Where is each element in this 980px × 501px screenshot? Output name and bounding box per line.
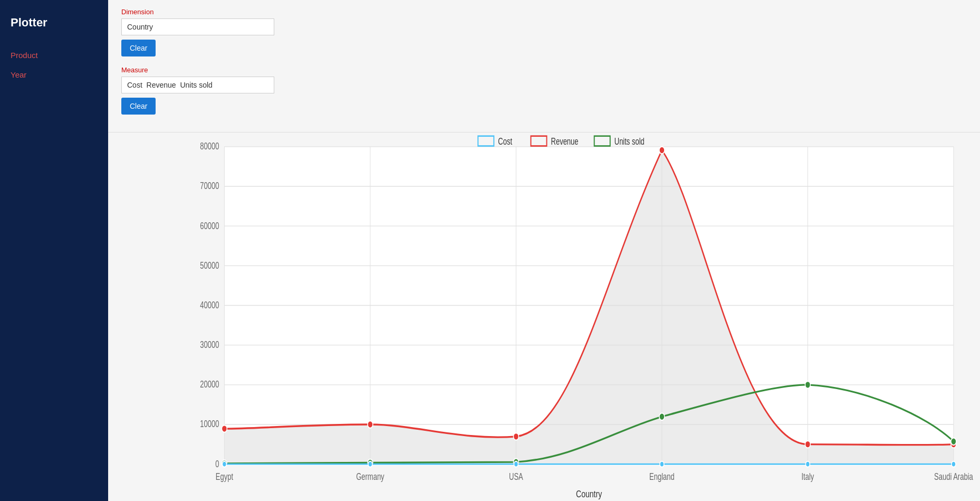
- svg-point-42: [659, 413, 665, 420]
- svg-text:40000: 40000: [200, 300, 219, 310]
- main-content: Dimension Clear Measure Clear Cost Reven…: [108, 0, 980, 501]
- sidebar-item-product[interactable]: Product: [0, 45, 108, 65]
- svg-text:20000: 20000: [200, 379, 219, 389]
- svg-text:Egypt: Egypt: [216, 471, 234, 481]
- svg-point-33: [222, 425, 227, 432]
- svg-text:USA: USA: [509, 471, 523, 481]
- svg-point-46: [368, 461, 372, 467]
- svg-text:0: 0: [215, 459, 219, 469]
- svg-text:Germany: Germany: [356, 471, 385, 481]
- svg-text:70000: 70000: [200, 181, 219, 191]
- chart-svg: 0 10000 20000 30000 40000 50000 60000 70…: [108, 133, 980, 501]
- dimension-group: Dimension Clear: [121, 8, 967, 61]
- svg-text:Units sold: Units sold: [614, 136, 645, 146]
- dimension-clear-button[interactable]: Clear: [121, 40, 156, 56]
- dimension-label: Dimension: [121, 8, 967, 16]
- sidebar: Plotter Product Year: [0, 0, 108, 501]
- svg-text:Cost: Cost: [498, 136, 512, 146]
- measure-clear-button[interactable]: Clear: [121, 98, 156, 115]
- app-title: Plotter: [0, 11, 108, 45]
- controls-panel: Dimension Clear Measure Clear: [108, 0, 980, 133]
- chart-area: Cost Revenue Units sold: [108, 133, 980, 501]
- svg-point-37: [805, 441, 810, 448]
- svg-point-50: [952, 461, 956, 467]
- svg-point-47: [514, 461, 518, 467]
- svg-text:60000: 60000: [200, 221, 219, 231]
- dimension-input[interactable]: [121, 18, 274, 35]
- svg-text:10000: 10000: [200, 419, 219, 429]
- measure-group: Measure Clear: [121, 66, 967, 119]
- svg-point-45: [222, 461, 226, 467]
- svg-point-48: [660, 461, 664, 467]
- svg-point-49: [805, 461, 810, 467]
- svg-point-44: [951, 438, 956, 445]
- svg-point-36: [659, 147, 665, 154]
- svg-text:80000: 80000: [200, 141, 219, 151]
- svg-text:30000: 30000: [200, 339, 219, 349]
- svg-text:Country: Country: [576, 488, 602, 500]
- svg-text:England: England: [649, 471, 675, 481]
- svg-text:50000: 50000: [200, 260, 219, 270]
- measure-label: Measure: [121, 66, 967, 74]
- svg-text:Italy: Italy: [801, 471, 814, 481]
- svg-point-43: [805, 381, 810, 388]
- sidebar-item-year[interactable]: Year: [0, 65, 108, 84]
- svg-text:Revenue: Revenue: [551, 136, 579, 146]
- chart-container: Cost Revenue Units sold: [108, 133, 980, 501]
- svg-point-34: [368, 421, 373, 428]
- svg-text:Saudi Arabia: Saudi Arabia: [934, 471, 973, 481]
- svg-point-35: [513, 433, 518, 440]
- measure-input[interactable]: [121, 77, 274, 93]
